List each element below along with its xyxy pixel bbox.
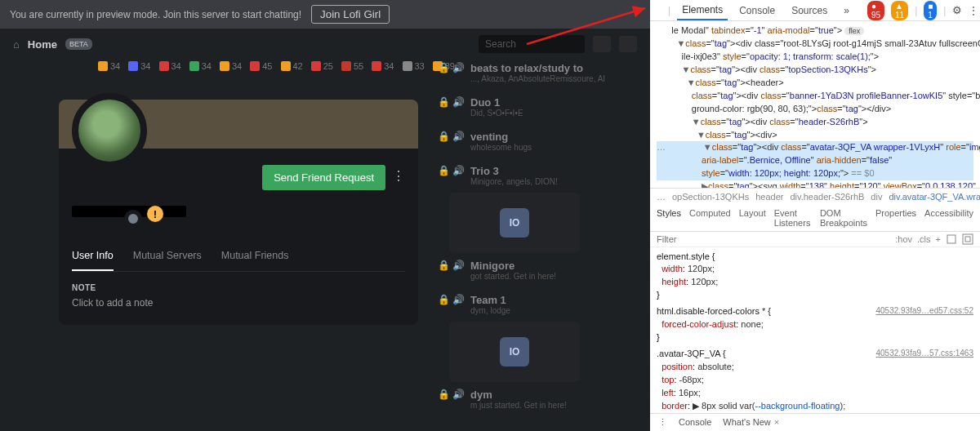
lock-icon: 🔒 <box>438 165 446 176</box>
kebab-icon[interactable]: ⋮ <box>969 5 978 16</box>
note-input[interactable]: Click to add a note <box>72 297 405 309</box>
svg-rect-5 <box>963 234 973 244</box>
close-icon[interactable]: × <box>774 417 779 427</box>
stat-item: 25 <box>311 61 333 71</box>
tab-mutual-friends[interactable]: Mutual Friends <box>221 242 289 271</box>
speaker-icon: 🔊 <box>452 62 464 73</box>
stat-item: 34 <box>220 61 242 71</box>
stat-item: 33 <box>403 61 425 71</box>
styles-filter-bar: :hov .cls + <box>650 232 980 247</box>
box-model-icon[interactable] <box>962 233 973 245</box>
home-icon: ⌂ <box>13 38 20 51</box>
channel-item[interactable]: 🔒🔊dymm just started. Get in here! <box>433 382 645 416</box>
breadcrumb-item[interactable]: … <box>657 192 666 202</box>
channel-item[interactable]: 🔒🔊Minigoregot started. Get in here! <box>433 253 645 287</box>
user-profile-modal: ! Send Friend Request ⋮ User Info Mutual… <box>59 100 418 325</box>
stat-item: 55 <box>341 61 363 71</box>
styles-subtab[interactable]: Properties <box>875 208 916 228</box>
styles-subtab[interactable]: Event Listeners <box>774 208 812 228</box>
join-server-button[interactable]: Join Lofi Girl <box>311 5 390 24</box>
devtools-tabs-more[interactable]: » <box>839 2 854 20</box>
breadcrumb[interactable]: …opSection-13QKHsheaderdiv.header-S26rhB… <box>650 188 980 205</box>
styles-filter-input[interactable] <box>657 234 890 244</box>
speaker-icon: 🔊 <box>452 165 464 176</box>
breadcrumb-item[interactable]: opSection-13QKHs <box>672 192 749 202</box>
search-input[interactable]: Search <box>479 35 585 53</box>
styles-rules[interactable]: element.style { width: 120px; height: 12… <box>650 247 980 414</box>
elements-tree[interactable]: le Modal" tabindex="-1" aria-modal="true… <box>650 21 980 188</box>
devtools-panel: | Elements Console Sources » ● 95 ▲ 11 |… <box>650 0 980 431</box>
styles-subtab[interactable]: Styles <box>657 208 681 228</box>
avatar[interactable] <box>72 93 147 168</box>
lock-icon: 🔒 <box>438 260 446 271</box>
devtools-tab-console[interactable]: Console <box>734 2 780 20</box>
breadcrumb-item[interactable]: div.avatar-3QF_VA.wrapper-1VLyxH <box>889 192 980 202</box>
speaker-icon: 🔊 <box>452 294 464 305</box>
stat-item: 42 <box>281 61 303 71</box>
speaker-icon: 🔊 <box>452 96 464 108</box>
stat-item: 34 <box>372 61 394 71</box>
styles-subtab[interactable]: Accessibility <box>924 208 973 228</box>
stat-item: 45 <box>250 61 272 71</box>
help-icon[interactable] <box>619 36 637 52</box>
lock-icon: 🔒 <box>438 62 446 73</box>
error-count-badge[interactable]: ● 95 <box>867 1 884 20</box>
preview-banner: You are currently in preview mode. Join … <box>0 0 650 29</box>
home-label[interactable]: Home <box>28 38 57 51</box>
speaker-icon: 🔊 <box>452 389 464 400</box>
channel-list: 🔒🔊beats to relax/study to..., Akaza, AnA… <box>433 56 645 416</box>
channel-item[interactable]: 🔒🔊beats to relax/study to..., Akaza, AnA… <box>433 56 645 90</box>
stat-item: 34 <box>128 61 150 71</box>
drawer-tab-whatsnew[interactable]: What's New× <box>723 417 779 428</box>
styles-subtab[interactable]: Layout <box>739 208 766 228</box>
stat-item: 34 <box>189 61 212 71</box>
channel-item[interactable]: 🔒🔊Duo 1Did, S•O•F•I•E <box>433 90 645 124</box>
add-rule-icon[interactable]: + <box>936 234 941 244</box>
devtools-tab-elements[interactable]: Elements <box>677 1 728 20</box>
profile-tabs: User Info Mutual Servers Mutual Friends <box>72 242 405 272</box>
tab-user-info[interactable]: User Info <box>72 242 114 271</box>
status-offline-icon <box>124 210 142 228</box>
drawer-menu-icon[interactable]: ⋮ <box>658 417 667 428</box>
more-options-button[interactable]: ⋮ <box>392 168 405 184</box>
lock-icon: 🔒 <box>438 294 446 305</box>
breadcrumb-item[interactable]: div <box>871 192 882 202</box>
drawer-tab-console[interactable]: Console <box>679 417 711 428</box>
beta-badge: BETA <box>65 38 92 50</box>
voice-card[interactable]: IO <box>449 322 580 382</box>
gear-icon[interactable]: ⚙ <box>952 4 962 16</box>
speaker-icon: 🔊 <box>452 131 464 142</box>
breadcrumb-item[interactable]: header <box>755 192 783 202</box>
svg-rect-4 <box>947 235 956 243</box>
lock-icon: 🔒 <box>438 96 446 108</box>
channel-item[interactable]: 🔒🔊Team 1dym, lodge <box>433 287 645 322</box>
warning-count-badge[interactable]: ▲ 11 <box>891 1 908 20</box>
styles-subtab[interactable]: DOM Breakpoints <box>820 208 867 228</box>
send-friend-request-button[interactable]: Send Friend Request <box>262 165 385 190</box>
devtools-tab-sources[interactable]: Sources <box>786 2 832 20</box>
cls-toggle[interactable]: .cls <box>917 234 931 244</box>
info-count-badge[interactable]: ■ 1 <box>924 1 937 20</box>
stat-item: 34 <box>159 61 181 71</box>
breadcrumb-item[interactable]: div.header-S26rhB <box>790 192 864 202</box>
stat-item: 34 <box>98 61 120 71</box>
speaker-icon: 🔊 <box>452 260 464 271</box>
note-label: NOTE <box>72 283 405 292</box>
styles-subtab[interactable]: Computed <box>689 208 731 228</box>
hov-toggle[interactable]: :hov <box>895 234 912 244</box>
devtools-drawer-tabs: ⋮ Console What's New× <box>650 413 980 431</box>
svg-rect-6 <box>965 237 970 242</box>
warning-badge-icon: ! <box>147 206 163 222</box>
channel-item[interactable]: 🔒🔊ventingwholesome hugs <box>433 124 645 158</box>
styles-subtabs: StylesComputedLayoutEvent ListenersDOM B… <box>650 205 980 232</box>
lock-icon: 🔒 <box>438 131 446 142</box>
voice-card[interactable]: IO <box>449 193 580 253</box>
preview-text: You are currently in preview mode. Join … <box>10 9 301 20</box>
inbox-icon[interactable] <box>593 36 611 52</box>
devtools-toolbar: | Elements Console Sources » ● 95 ▲ 11 |… <box>650 0 980 21</box>
device-styles-icon[interactable] <box>946 233 957 245</box>
channel-item[interactable]: 🔒🔊Trio 3Minigore, angels, DION! <box>433 158 645 193</box>
lock-icon: 🔒 <box>438 389 446 400</box>
tab-mutual-servers[interactable]: Mutual Servers <box>133 242 202 271</box>
